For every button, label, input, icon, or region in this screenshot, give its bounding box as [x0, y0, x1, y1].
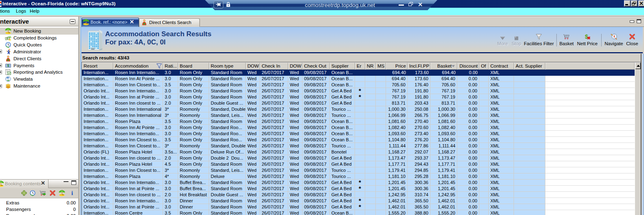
svg-text:i: i [71, 190, 73, 196]
svg-text:$: $ [7, 64, 9, 68]
